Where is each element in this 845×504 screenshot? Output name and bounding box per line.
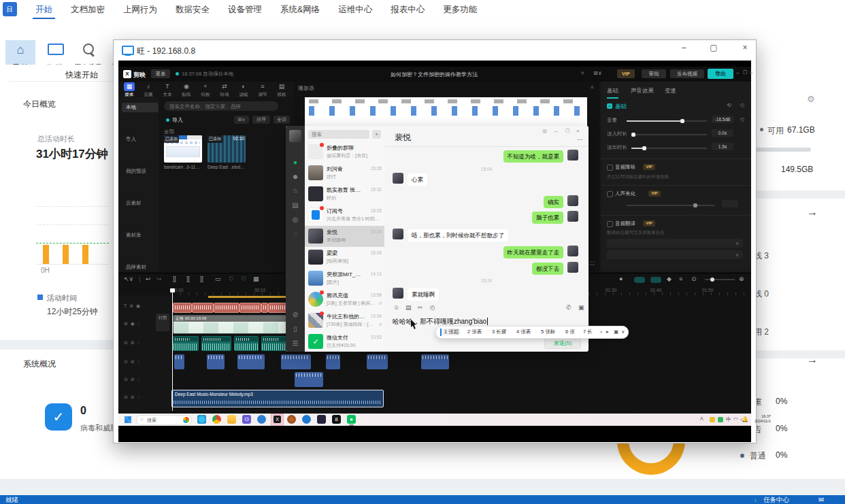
contact-item[interactable]: 牛比王和他的好兄... 13:34 [730条] 英雄阵阵：[图片] ⊘ <box>305 310 384 331</box>
playhead[interactable] <box>172 288 173 411</box>
menu-tab-device-mgmt[interactable]: 设备管理 <box>228 4 262 16</box>
file-icon[interactable]: ▤ <box>405 304 412 311</box>
text-clip[interactable] <box>192 303 214 313</box>
chat-history-icon[interactable]: ◴ <box>430 304 435 311</box>
magnet-icon[interactable]: ◆ <box>667 275 672 282</box>
contact-item[interactable]: 突察源MIT_影影 14:13 [图片] <box>305 268 384 289</box>
nav-cloud[interactable]: 云素材 <box>122 199 159 208</box>
ime-candidate[interactable]: 2 张表 <box>467 329 482 335</box>
nav-local[interactable]: 本地 <box>122 103 159 112</box>
app-logo-icon[interactable]: 目 <box>3 2 17 16</box>
file-explorer-icon[interactable] <box>227 415 236 424</box>
favorite2-icon[interactable]: ♡ <box>241 275 246 282</box>
chrome-icon[interactable] <box>212 415 221 424</box>
review-button[interactable]: 审阅 <box>642 69 666 78</box>
contact-item[interactable]: 刘河青 15:35 还行 <box>305 163 384 184</box>
dark-app-icon[interactable] <box>317 415 326 424</box>
wechat-search-input[interactable] <box>308 130 369 139</box>
inspector-tab-speed[interactable]: 变速 <box>665 87 676 95</box>
keyboard-shortcuts-icon[interactable]: ⌗ <box>581 70 584 77</box>
ime-indicator[interactable]: 中 <box>726 416 731 423</box>
music-clip[interactable]: Deep East Music-Monsieur Melody.mp3 <box>171 390 384 407</box>
ime-panel-icon[interactable]: ▣ <box>614 329 618 335</box>
player-menu-icon[interactable]: ≡ <box>591 84 594 90</box>
wifi-icon[interactable]: ◠ <box>733 416 738 422</box>
fullscreen-icon[interactable]: ⛶ <box>590 261 594 267</box>
chat-pin-icon[interactable]: ◎ <box>542 128 547 134</box>
tab-audio[interactable]: ♪音频 <box>139 82 158 98</box>
black8-app-icon[interactable]: 8 <box>332 415 341 424</box>
menu-tab-start[interactable]: 开始 <box>35 4 52 16</box>
active-app-highlight[interactable]: X <box>271 414 284 426</box>
edge-icon[interactable] <box>197 415 206 424</box>
home-icon[interactable]: ⌂ <box>12 41 29 58</box>
editor-restore-button[interactable]: ▢ <box>743 69 748 75</box>
contact-item[interactable]: 订阅号 15:25 河北升青菜 查分1 时间定了... <box>305 205 384 226</box>
translate-source-dropdown[interactable]: ∨ <box>607 239 743 248</box>
contacts-icon[interactable]: ☻ <box>291 173 299 180</box>
menu-tab-doc-encrypt[interactable]: 文档加密 <box>71 4 105 16</box>
tab-transition[interactable]: ⇄转场 <box>215 82 234 98</box>
ime-candidate[interactable]: 5 张标 <box>541 329 555 335</box>
wechat-taskbar-icon[interactable]: ● <box>347 415 356 424</box>
notification-bell-icon[interactable]: 🔔 <box>742 416 748 422</box>
menu-tab-data-security[interactable]: 数据安全 <box>176 4 210 16</box>
qq-icon[interactable] <box>302 415 311 424</box>
nav-import[interactable]: 导入 <box>122 135 159 144</box>
import-button[interactable]: 导入 <box>172 116 183 124</box>
voice-checkbox[interactable] <box>607 191 613 197</box>
timeline-zoom-slider[interactable] <box>705 279 735 280</box>
text-clip[interactable] <box>239 303 261 313</box>
contact-item[interactable]: 凯实教育 班主任13... 15:32 好的 <box>305 184 384 205</box>
ime-prev-icon[interactable]: ◂ <box>599 329 602 335</box>
voice-slider[interactable] <box>627 205 715 206</box>
filter-chip[interactable]: 全部 <box>274 116 290 124</box>
favorite-icon[interactable]: ♡ <box>229 275 234 282</box>
split-right-icon[interactable]: ][ <box>200 275 203 282</box>
audio-clip[interactable] <box>173 336 199 351</box>
tab-adjust[interactable]: ≡调节 <box>253 82 272 98</box>
voice-call-icon[interactable]: ✆ <box>566 304 571 311</box>
add-contact-button[interactable]: + <box>372 130 381 139</box>
nav-brand[interactable]: 品牌素材 <box>122 263 159 272</box>
fade-out-slider[interactable] <box>631 148 707 149</box>
contact-item[interactable]: ✓ 微信支付 13:53 已支付¥15.00 <box>305 331 384 352</box>
tab-text[interactable]: T文本 <box>158 82 177 98</box>
menu-tab-report-center[interactable]: 报表中心 <box>391 4 425 16</box>
terminal-icon[interactable] <box>48 44 64 55</box>
chat-more-icon[interactable]: ⋯ <box>577 136 583 143</box>
chat-close-button[interactable]: × <box>576 128 580 134</box>
playhead-handle[interactable] <box>170 288 175 292</box>
overlay-clip[interactable] <box>367 354 388 369</box>
send-button[interactable]: 发送(S) <box>544 337 581 349</box>
terminals-arrow-icon[interactable]: → <box>807 206 818 218</box>
volume-keyframe-icon[interactable]: ◇ <box>740 116 744 122</box>
inspector-tab-sound[interactable]: 声音效果 <box>631 87 654 95</box>
fade-in-slider[interactable] <box>631 134 707 135</box>
editor-menu-button[interactable]: 菜单 <box>151 69 170 78</box>
export-button[interactable]: 导出 <box>708 69 733 79</box>
editor-close-button[interactable]: × <box>750 69 753 75</box>
mini-programs-icon[interactable]: ◌ <box>291 230 299 237</box>
ime-candidate[interactable]: 4 张表 <box>516 329 531 335</box>
chat-minimize-button[interactable]: – <box>554 128 557 134</box>
moments-icon[interactable]: ◎ <box>291 216 299 223</box>
menu-tab-web-behavior[interactable]: 上网行为 <box>123 4 157 16</box>
quick-start-tab[interactable]: 快速开始 <box>65 69 98 81</box>
video-call-icon[interactable]: ▣ <box>578 304 584 311</box>
start-button[interactable] <box>125 416 131 423</box>
translate-checkbox[interactable] <box>607 221 613 227</box>
overlay-clip[interactable] <box>207 354 225 369</box>
ime-candidate[interactable]: 3 长腿 <box>492 329 506 335</box>
files-icon[interactable]: ▤ <box>291 201 299 209</box>
mirror-icon[interactable]: ▦ <box>253 275 259 282</box>
text-clip[interactable] <box>268 303 287 313</box>
remote-minimize-button[interactable]: – <box>677 43 691 52</box>
fit-timeline-icon[interactable]: ⊕ <box>739 275 744 282</box>
chats-icon[interactable]: ● <box>291 158 299 166</box>
select-tool-icon[interactable]: ↖∨ <box>124 275 133 282</box>
sort-chip[interactable]: 排序 <box>252 116 270 124</box>
beat-toggle[interactable] <box>650 277 661 283</box>
tab-effects[interactable]: +特效 <box>196 82 215 98</box>
message-icon[interactable]: ✉ <box>818 495 824 504</box>
